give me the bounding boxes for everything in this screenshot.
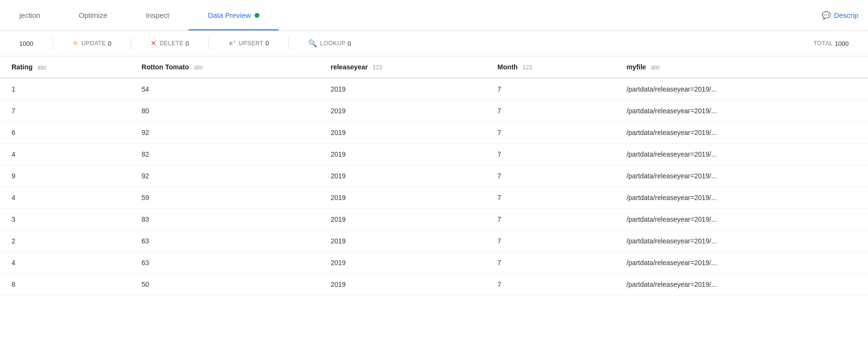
table-row: 48220197/partdata/releaseyear=2019/... [0, 144, 868, 165]
table-row: 26320197/partdata/releaseyear=2019/... [0, 230, 868, 252]
cell-rotton-tomato: 82 [130, 144, 319, 165]
cell-month: 7 [486, 230, 615, 252]
cell-myfile: /partdata/releaseyear=2019/... [615, 187, 868, 209]
col-type-rotton-tomato: abc [194, 64, 203, 71]
col-header-releaseyear: releaseyear 123 [319, 56, 486, 78]
cell-month: 7 [486, 252, 615, 274]
col-header-month: Month 123 [486, 56, 615, 78]
cell-rating: 3 [0, 209, 130, 230]
cell-month: 7 [486, 144, 615, 165]
cell-rating: 4 [0, 144, 130, 165]
cell-rotton-tomato: 92 [130, 165, 319, 187]
cell-rating: 6 [0, 122, 130, 144]
cell-rating: 2 [0, 230, 130, 252]
cell-releaseyear: 2019 [319, 165, 486, 187]
cell-rotton-tomato: 50 [130, 274, 319, 295]
col-label-releaseyear: releaseyear [331, 63, 368, 71]
cell-releaseyear: 2019 [319, 187, 486, 209]
tab-inspect[interactable]: Inspect [127, 0, 189, 30]
tab-inspect-label: Inspect [146, 11, 169, 19]
cell-month: 7 [486, 100, 615, 122]
update-value: 0 [108, 40, 111, 47]
lookup-stat: 🔍 LOOKUP 0 [289, 39, 370, 48]
table-row: 45920197/partdata/releaseyear=2019/... [0, 187, 868, 209]
cell-releaseyear: 2019 [319, 274, 486, 295]
data-table: Rating abc Rotton Tomato abc releaseyear… [0, 56, 868, 295]
cell-rotton-tomato: 83 [130, 209, 319, 230]
cell-rotton-tomato: 59 [130, 187, 319, 209]
description-button[interactable]: 💬 Descrip [822, 11, 868, 20]
upsert-label: UPSERT [239, 40, 263, 47]
cell-month: 7 [486, 209, 615, 230]
cell-month: 7 [486, 78, 615, 100]
tab-optimize[interactable]: Optimize [59, 0, 126, 30]
col-label-myfile: myfile [626, 63, 646, 71]
tab-injection[interactable]: jection [0, 0, 59, 30]
cell-myfile: /partdata/releaseyear=2019/... [615, 230, 868, 252]
nav-tabs: jection Optimize Inspect Data Preview 💬 … [0, 0, 868, 31]
total-stat: TOTAL 1000 [794, 40, 868, 47]
row-count-stat: 1000 [0, 40, 53, 47]
col-type-month: 123 [522, 64, 532, 71]
tab-optimize-label: Optimize [79, 11, 107, 19]
update-icon: ✳ [72, 39, 79, 48]
table-row: 38320197/partdata/releaseyear=2019/... [0, 209, 868, 230]
table-row: 69220197/partdata/releaseyear=2019/... [0, 122, 868, 144]
cell-myfile: /partdata/releaseyear=2019/... [615, 100, 868, 122]
table-header-row: Rating abc Rotton Tomato abc releaseyear… [0, 56, 868, 78]
cell-releaseyear: 2019 [319, 100, 486, 122]
cell-rating: 8 [0, 274, 130, 295]
cell-myfile: /partdata/releaseyear=2019/... [615, 274, 868, 295]
col-type-myfile: abc [651, 64, 660, 71]
total-label: TOTAL [814, 40, 833, 47]
cell-rotton-tomato: 80 [130, 100, 319, 122]
total-value: 1000 [835, 40, 849, 47]
col-type-releaseyear: 123 [373, 64, 382, 71]
cell-month: 7 [486, 187, 615, 209]
upsert-icon: ✳+ [228, 40, 236, 47]
upsert-value: 0 [266, 40, 269, 47]
delete-stat: ✕ DELETE 0 [131, 39, 208, 48]
table-row: 78020197/partdata/releaseyear=2019/... [0, 100, 868, 122]
tab-data-preview-label: Data Preview [208, 11, 251, 19]
cell-myfile: /partdata/releaseyear=2019/... [615, 209, 868, 230]
col-header-rating: Rating abc [0, 56, 130, 78]
data-table-wrapper: Rating abc Rotton Tomato abc releaseyear… [0, 56, 868, 295]
lookup-label: LOOKUP [320, 40, 346, 47]
cell-rating: 7 [0, 100, 130, 122]
cell-myfile: /partdata/releaseyear=2019/... [615, 78, 868, 100]
col-label-rotton-tomato: Rotton Tomato [142, 63, 190, 71]
table-body: 15420197/partdata/releaseyear=2019/...78… [0, 78, 868, 295]
cell-rotton-tomato: 63 [130, 230, 319, 252]
row-count-value: 1000 [19, 40, 33, 47]
cell-myfile: /partdata/releaseyear=2019/... [615, 252, 868, 274]
cell-releaseyear: 2019 [319, 230, 486, 252]
col-header-rotton-tomato: Rotton Tomato abc [130, 56, 319, 78]
cell-myfile: /partdata/releaseyear=2019/... [615, 144, 868, 165]
delete-value: 0 [186, 40, 189, 47]
update-stat: ✳ UPDATE 0 [53, 39, 131, 48]
upsert-stat: ✳+ UPSERT 0 [209, 40, 288, 47]
table-row: 85020197/partdata/releaseyear=2019/... [0, 274, 868, 295]
cell-rotton-tomato: 63 [130, 252, 319, 274]
cell-rating: 4 [0, 252, 130, 274]
cell-myfile: /partdata/releaseyear=2019/... [615, 165, 868, 187]
update-label: UPDATE [81, 40, 106, 47]
table-row: 15420197/partdata/releaseyear=2019/... [0, 78, 868, 100]
tab-injection-label: jection [19, 11, 40, 19]
cell-rating: 9 [0, 165, 130, 187]
table-row: 46320197/partdata/releaseyear=2019/... [0, 252, 868, 274]
cell-myfile: /partdata/releaseyear=2019/... [615, 122, 868, 144]
cell-month: 7 [486, 274, 615, 295]
col-label-rating: Rating [12, 63, 33, 71]
cell-month: 7 [486, 122, 615, 144]
col-header-myfile: myfile abc [615, 56, 868, 78]
tab-data-preview[interactable]: Data Preview [189, 0, 279, 30]
description-label: Descrip [834, 11, 858, 19]
cell-releaseyear: 2019 [319, 252, 486, 274]
cell-releaseyear: 2019 [319, 209, 486, 230]
cell-month: 7 [486, 165, 615, 187]
cell-releaseyear: 2019 [319, 144, 486, 165]
stats-bar: 1000 ✳ UPDATE 0 ✕ DELETE 0 ✳+ UPSERT 0 🔍… [0, 31, 868, 56]
col-type-rating: abc [37, 64, 46, 71]
